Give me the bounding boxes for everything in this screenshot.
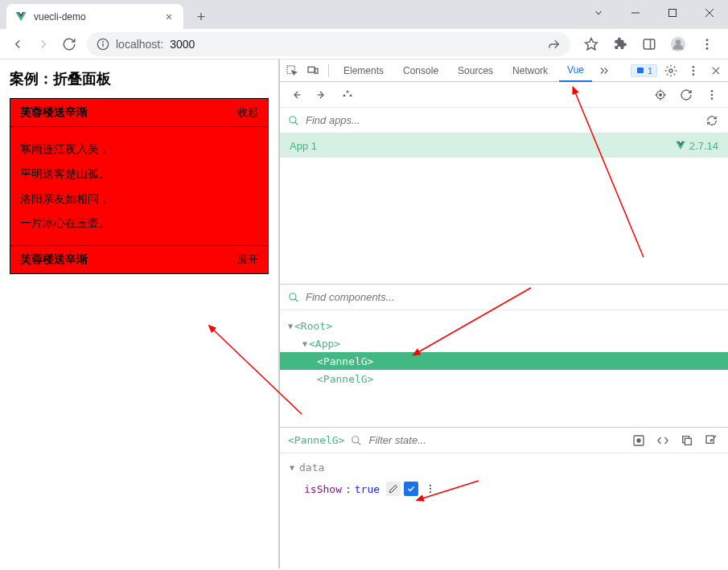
tab-network[interactable]: Network bbox=[504, 59, 556, 82]
poem-line: 一片冰心在玉壶。 bbox=[20, 211, 258, 236]
forward-button[interactable] bbox=[32, 33, 55, 55]
tree-node-app[interactable]: ▼ <App> bbox=[280, 334, 728, 352]
svg-point-34 bbox=[711, 93, 714, 96]
svg-point-12 bbox=[706, 39, 709, 41]
close-devtools-icon[interactable] bbox=[707, 62, 725, 80]
url-port: 3000 bbox=[170, 38, 195, 51]
target-icon[interactable] bbox=[651, 85, 670, 105]
svg-rect-44 bbox=[685, 438, 691, 445]
svg-point-33 bbox=[711, 90, 714, 92]
components-icon[interactable] bbox=[338, 85, 357, 105]
state-data-section: ▼ data isShow: true bbox=[280, 453, 728, 504]
tab-sources[interactable]: Sources bbox=[450, 59, 501, 82]
vue-menu-icon[interactable] bbox=[702, 85, 722, 105]
panel-toggle[interactable]: 收起 bbox=[237, 105, 258, 120]
svg-line-41 bbox=[358, 441, 361, 445]
checkbox-icon[interactable] bbox=[404, 482, 418, 496]
svg-point-14 bbox=[706, 47, 709, 49]
page-title: 案例：折叠面板 bbox=[10, 69, 269, 88]
devtools-panel: Elements Console Sources Network Vue 1 bbox=[278, 59, 728, 568]
extensions-button[interactable] bbox=[609, 33, 631, 55]
copy-icon[interactable] bbox=[678, 432, 696, 449]
panel-toggle[interactable]: 展开 bbox=[237, 252, 258, 267]
minimize-button[interactable] bbox=[617, 0, 654, 26]
browser-tab[interactable]: vuecli-demo × bbox=[6, 4, 183, 30]
issues-badge[interactable]: 1 bbox=[631, 64, 657, 77]
profile-button[interactable] bbox=[667, 33, 689, 55]
svg-rect-18 bbox=[637, 68, 644, 73]
open-in-editor-icon[interactable] bbox=[702, 432, 720, 449]
share-icon[interactable] bbox=[548, 38, 561, 51]
window-dropdown[interactable] bbox=[580, 0, 617, 26]
side-panel-button[interactable] bbox=[638, 33, 660, 55]
vue-favicon bbox=[14, 10, 27, 23]
svg-line-37 bbox=[295, 121, 298, 125]
bookmark-button[interactable] bbox=[580, 33, 603, 55]
edit-icon[interactable] bbox=[386, 482, 401, 496]
state-property-row[interactable]: isShow: true bbox=[290, 482, 718, 496]
more-icon[interactable] bbox=[422, 483, 439, 494]
svg-line-39 bbox=[295, 298, 298, 301]
panel-header-2[interactable]: 芙蓉楼送辛渐 展开 bbox=[10, 245, 268, 273]
find-components-bar bbox=[280, 285, 728, 310]
svg-rect-16 bbox=[308, 67, 315, 72]
inspect-element-icon[interactable] bbox=[283, 62, 301, 80]
svg-point-20 bbox=[693, 66, 695, 68]
tab-vue[interactable]: Vue bbox=[559, 59, 592, 82]
svg-point-43 bbox=[637, 439, 640, 442]
omnibox[interactable]: localhost:3000 bbox=[87, 32, 570, 56]
filter-state-input[interactable] bbox=[368, 434, 623, 446]
svg-point-40 bbox=[352, 436, 359, 442]
refresh-apps-icon[interactable] bbox=[704, 113, 720, 129]
search-icon bbox=[351, 435, 362, 446]
panel-header-1[interactable]: 芙蓉楼送辛渐 收起 bbox=[10, 99, 268, 127]
panel-title: 芙蓉楼送辛渐 bbox=[20, 252, 88, 267]
svg-point-48 bbox=[430, 488, 431, 490]
url-host: localhost: bbox=[116, 38, 163, 51]
vue-forward-button[interactable] bbox=[312, 85, 331, 105]
tree-node-root[interactable]: ▼ <Root> bbox=[280, 317, 728, 334]
find-apps-input[interactable] bbox=[306, 114, 697, 126]
devtools-menu-icon[interactable] bbox=[685, 62, 702, 80]
svg-rect-17 bbox=[315, 68, 318, 73]
accordion-panel-1: 芙蓉楼送辛渐 收起 寒雨连江夜入吴， 平明送客楚山孤。 洛阳亲友如相问， 一片冰… bbox=[10, 98, 269, 274]
site-info-icon[interactable] bbox=[97, 38, 109, 51]
vue-logo-icon bbox=[675, 140, 686, 151]
poem-line: 洛阳亲友如相问， bbox=[20, 187, 258, 211]
tab-elements[interactable]: Elements bbox=[335, 59, 392, 82]
state-header: <PannelG> bbox=[280, 428, 728, 453]
maximize-button[interactable] bbox=[654, 0, 691, 26]
scroll-to-component-icon[interactable] bbox=[630, 432, 648, 449]
svg-rect-8 bbox=[644, 39, 655, 49]
issues-count: 1 bbox=[648, 66, 652, 76]
component-tree: ▼ <Root> ▼ <App> <PannelG> <PannelG> bbox=[280, 310, 728, 394]
refresh-icon[interactable] bbox=[677, 85, 696, 105]
device-toolbar-icon[interactable] bbox=[304, 62, 322, 80]
tab-console[interactable]: Console bbox=[395, 59, 446, 82]
page-content: 案例：折叠面板 芙蓉楼送辛渐 收起 寒雨连江夜入吴， 平明送客楚山孤。 洛阳亲友… bbox=[0, 59, 278, 568]
search-icon bbox=[288, 292, 299, 303]
new-tab-button[interactable]: + bbox=[190, 6, 212, 28]
inspect-dom-icon[interactable] bbox=[654, 432, 672, 449]
svg-point-21 bbox=[693, 69, 695, 72]
svg-point-11 bbox=[676, 39, 681, 45]
close-window-button[interactable] bbox=[691, 0, 728, 26]
tree-node-panel[interactable]: <PannelG> bbox=[280, 370, 728, 388]
app-row[interactable]: App 1 2.7.14 bbox=[280, 133, 728, 158]
devtools-tabbar: Elements Console Sources Network Vue 1 bbox=[280, 59, 728, 82]
back-button[interactable] bbox=[6, 33, 29, 55]
settings-icon[interactable] bbox=[662, 62, 680, 80]
close-tab-button[interactable]: × bbox=[162, 10, 175, 23]
svg-point-6 bbox=[103, 41, 104, 42]
selected-component-name: <PannelG> bbox=[288, 434, 344, 446]
tree-node-panel-selected[interactable]: <PannelG> bbox=[280, 352, 728, 370]
data-section-header[interactable]: ▼ data bbox=[290, 461, 718, 474]
more-tabs-icon[interactable] bbox=[595, 62, 613, 80]
vue-back-button[interactable] bbox=[286, 85, 306, 105]
reload-button[interactable] bbox=[58, 33, 80, 55]
menu-button[interactable] bbox=[696, 33, 718, 55]
svg-point-49 bbox=[430, 491, 431, 493]
find-components-input[interactable] bbox=[306, 291, 720, 303]
address-bar: localhost:3000 bbox=[0, 29, 728, 59]
svg-point-28 bbox=[660, 93, 662, 96]
